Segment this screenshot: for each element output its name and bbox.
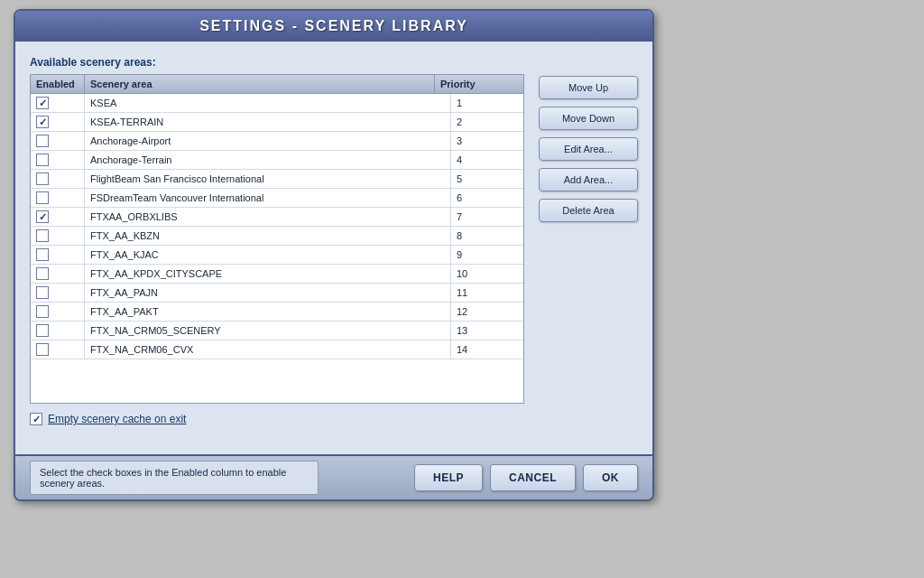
row-checkbox[interactable] [36, 154, 49, 166]
header-enabled: Enabled [31, 75, 85, 93]
row-checkbox[interactable] [36, 191, 49, 204]
scenery-name-cell: FTX_NA_CRM06_CVX [85, 340, 451, 359]
scenery-name-cell: FTXAA_ORBXLIBS [85, 208, 451, 226]
table-row[interactable]: FTX_NA_CRM05_SCENERY13 [31, 322, 523, 340]
priority-cell: 9 [451, 246, 523, 264]
cache-section: Empty scenery cache on exit [30, 413, 638, 425]
table-row[interactable]: FTX_AA_KPDX_CITYSCAPE10 [31, 265, 523, 284]
scenery-table: Enabled Scenery area Priority KSEA1KSEA-… [30, 74, 524, 404]
available-label: Available scenery areas: [30, 56, 638, 69]
row-checkbox[interactable] [36, 286, 49, 299]
table-row[interactable]: FTXAA_ORBXLIBS7 [31, 208, 523, 227]
table-row[interactable]: FlightBeam San Francisco International5 [31, 170, 523, 189]
enabled-cell [31, 265, 85, 283]
scenery-name-cell: FTX_AA_KJAC [85, 246, 451, 264]
table-row[interactable]: FSDreamTeam Vancouver International6 [31, 189, 523, 208]
table-row[interactable]: FTX_NA_CRM06_CVX14 [31, 340, 523, 359]
enabled-cell [31, 151, 85, 169]
scenery-name-cell: FTX_AA_KBZN [85, 227, 451, 245]
row-checkbox[interactable] [36, 248, 49, 261]
scenery-name-cell: FTX_AA_PAJN [85, 284, 451, 302]
move-up-button[interactable]: Move Up [539, 76, 638, 99]
priority-cell: 4 [451, 151, 523, 169]
scenery-name-cell: Anchorage-Terrain [85, 151, 451, 169]
priority-cell: 10 [451, 265, 523, 283]
priority-cell: 12 [451, 303, 523, 321]
enabled-cell [31, 284, 85, 302]
table-row[interactable]: FTX_AA_KJAC9 [31, 246, 523, 265]
table-header: Enabled Scenery area Priority [31, 75, 523, 94]
enabled-cell [31, 227, 85, 245]
enabled-cell [31, 208, 85, 226]
table-row[interactable]: Anchorage-Airport3 [31, 132, 523, 151]
status-text: Select the check boxes in the Enabled co… [30, 461, 319, 495]
enabled-cell [31, 340, 85, 359]
priority-cell: 5 [451, 170, 523, 188]
row-checkbox[interactable] [36, 97, 49, 109]
scenery-name-cell: FTX_NA_CRM05_SCENERY [85, 322, 451, 340]
enabled-cell [31, 303, 85, 321]
priority-cell: 14 [451, 340, 523, 359]
move-down-button[interactable]: Move Down [539, 107, 638, 130]
row-checkbox[interactable] [36, 116, 49, 128]
header-scenery: Scenery area [85, 75, 435, 93]
row-checkbox[interactable] [36, 172, 49, 185]
cache-label: Empty scenery cache on exit [48, 413, 186, 425]
add-area-button[interactable]: Add Area... [539, 168, 638, 191]
priority-cell: 8 [451, 227, 523, 245]
table-row[interactable]: FTX_AA_PAJN11 [31, 284, 523, 303]
priority-cell: 11 [451, 284, 523, 302]
ok-button[interactable]: OK [583, 464, 638, 491]
scenery-name-cell: FTX_AA_PAKT [85, 303, 451, 321]
table-body[interactable]: KSEA1KSEA-TERRAIN2Anchorage-Airport3Anch… [31, 94, 523, 403]
title-bar: SETTINGS - SCENERY LIBRARY [15, 11, 652, 42]
priority-cell: 3 [451, 132, 523, 150]
header-priority: Priority [435, 75, 507, 93]
row-checkbox[interactable] [36, 267, 49, 280]
scenery-name-cell: KSEA-TERRAIN [85, 113, 451, 131]
priority-cell: 6 [451, 189, 523, 207]
window-title: SETTINGS - SCENERY LIBRARY [199, 18, 468, 33]
enabled-cell [31, 189, 85, 207]
cache-checkbox[interactable] [30, 413, 42, 425]
priority-cell: 1 [451, 94, 523, 112]
enabled-cell [31, 246, 85, 264]
table-row[interactable]: KSEA1 [31, 94, 523, 113]
edit-area-button[interactable]: Edit Area... [539, 137, 638, 161]
enabled-cell [31, 322, 85, 340]
scenery-name-cell: FTX_AA_KPDX_CITYSCAPE [85, 265, 451, 283]
priority-cell: 7 [451, 208, 523, 226]
table-row[interactable]: FTX_AA_KBZN8 [31, 227, 523, 246]
action-buttons-panel: Move Up Move Down Edit Area... Add Area.… [539, 74, 638, 404]
scenery-name-cell: FSDreamTeam Vancouver International [85, 189, 451, 207]
row-checkbox[interactable] [36, 324, 49, 337]
enabled-cell [31, 132, 85, 150]
row-checkbox[interactable] [36, 343, 49, 356]
row-checkbox[interactable] [36, 135, 49, 147]
priority-cell: 2 [451, 113, 523, 131]
main-section: Enabled Scenery area Priority KSEA1KSEA-… [30, 74, 638, 404]
bottom-bar: Select the check boxes in the Enabled co… [15, 454, 652, 499]
content-area: Available scenery areas: Enabled Scenery… [15, 42, 652, 440]
scenery-name-cell: Anchorage-Airport [85, 132, 451, 150]
enabled-cell [31, 94, 85, 112]
main-window: SETTINGS - SCENERY LIBRARY Available sce… [14, 9, 654, 501]
scenery-name-cell: FlightBeam San Francisco International [85, 170, 451, 188]
row-checkbox[interactable] [36, 229, 49, 242]
enabled-cell [31, 170, 85, 188]
table-row[interactable]: KSEA-TERRAIN2 [31, 113, 523, 132]
scenery-name-cell: KSEA [85, 94, 451, 112]
bottom-buttons: HELP CANCEL OK [414, 464, 638, 491]
row-checkbox[interactable] [36, 210, 49, 223]
table-row[interactable]: FTX_AA_PAKT12 [31, 303, 523, 322]
help-button[interactable]: HELP [414, 464, 483, 491]
enabled-cell [31, 113, 85, 131]
table-row[interactable]: Anchorage-Terrain4 [31, 151, 523, 170]
delete-area-button[interactable]: Delete Area [539, 199, 638, 222]
row-checkbox[interactable] [36, 305, 49, 318]
priority-cell: 13 [451, 322, 523, 340]
cancel-button[interactable]: CANCEL [490, 464, 576, 491]
